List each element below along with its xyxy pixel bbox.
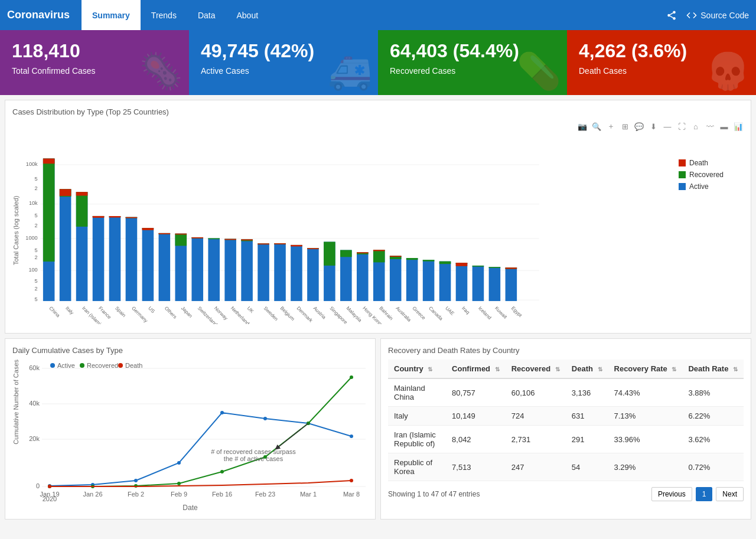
app-brand: Coronavirus: [7, 9, 70, 21]
table-title: Recovery and Death Rates by Country: [388, 346, 744, 355]
toolbar-chat-icon[interactable]: 💬: [634, 121, 644, 132]
bar-recovered: [423, 260, 435, 262]
tab-data[interactable]: Data: [187, 0, 226, 30]
line-chart-section: Daily Cumulative Cases by Type Cumulativ…: [5, 338, 376, 520]
share-button[interactable]: [666, 10, 677, 21]
td-recovery-rate: 7.13%: [608, 407, 683, 426]
bar-death: [307, 248, 319, 249]
stat-card-active: 49,745 (42%) Active Cases 🚑: [189, 30, 378, 95]
bar-active: [208, 239, 220, 301]
bar-x-label: Austria: [312, 305, 328, 321]
legend-active-label: Active: [689, 182, 709, 191]
svg-text:0: 0: [36, 482, 40, 489]
td-death: 3,136: [566, 378, 608, 407]
th-recovery-rate[interactable]: Recovery Rate ⇅: [608, 360, 683, 378]
bar-active: [258, 243, 269, 300]
legend-death-label: Death: [689, 159, 708, 167]
bar-death: [241, 239, 253, 240]
td-country: Mainland China: [388, 378, 446, 407]
tab-summary[interactable]: Summary: [82, 0, 141, 30]
next-button[interactable]: Next: [716, 487, 744, 501]
toolbar-zoom-icon[interactable]: 🔍: [591, 121, 602, 132]
toolbar-bar-icon[interactable]: ▬: [719, 121, 729, 132]
svg-text:Feb 23: Feb 23: [255, 491, 275, 498]
toolbar-camera-icon[interactable]: 📷: [577, 121, 588, 132]
bar-recovered: [208, 239, 220, 240]
th-recovered[interactable]: Recovered ⇅: [506, 360, 566, 378]
table-header-row: Country ⇅ Confirmed ⇅ Recovered ⇅ Death …: [388, 360, 744, 378]
sort-death[interactable]: ⇅: [598, 366, 602, 373]
svg-point-1: [668, 14, 671, 17]
svg-point-55: [350, 375, 353, 379]
svg-text:Feb 9: Feb 9: [171, 491, 187, 498]
prev-button[interactable]: Previous: [651, 487, 692, 501]
legend-death-dot: [679, 159, 686, 166]
bar-x-label: UAE: [444, 305, 455, 316]
legend-active: Active: [679, 182, 744, 191]
toolbar-line-icon[interactable]: 〰: [705, 121, 715, 132]
th-death-rate[interactable]: Death Rate ⇅: [682, 360, 744, 378]
bar-x-label: France: [97, 305, 113, 321]
bar-active: [340, 250, 352, 301]
bar-death: [274, 243, 286, 244]
svg-text:Active: Active: [57, 362, 75, 369]
bar-active: [126, 217, 138, 301]
stat-cards: 118,410 Total Confirmed Cases 🦠 49,745 (…: [0, 30, 756, 95]
bar-x-label: Sweden: [263, 305, 280, 322]
toolbar-grid-icon[interactable]: ⊞: [620, 121, 630, 132]
th-death[interactable]: Death ⇅: [566, 360, 608, 378]
bar-x-label: UK: [246, 305, 256, 315]
td-recovery-rate: 3.29%: [608, 453, 683, 481]
chart-toolbar: 📷 🔍 ＋ ⊞ 💬 ⬇ — ⛶ ⌂ 〰 ▬ 📊: [12, 121, 744, 132]
sort-death-rate[interactable]: ⇅: [733, 366, 738, 373]
bar-x-label: Norway: [213, 305, 230, 322]
sort-confirmed[interactable]: ⇅: [495, 366, 500, 373]
svg-text:2: 2: [35, 185, 38, 191]
toolbar-download-icon[interactable]: ⬇: [648, 121, 659, 132]
bar-death: [456, 263, 468, 266]
td-recovery-rate: 74.43%: [608, 378, 683, 407]
svg-text:Recovered: Recovered: [87, 362, 118, 369]
tab-trends[interactable]: Trends: [141, 0, 187, 30]
bar-death: [191, 237, 203, 239]
bar-active: [472, 266, 484, 301]
svg-text:2020: 2020: [43, 495, 57, 501]
svg-point-52: [220, 470, 224, 473]
toolbar-home-icon[interactable]: ⌂: [690, 121, 701, 132]
th-confirmed[interactable]: Confirmed ⇅: [446, 360, 506, 378]
svg-text:5: 5: [35, 278, 38, 284]
toolbar-fullscreen-icon[interactable]: ⛶: [676, 121, 687, 132]
sort-country[interactable]: ⇅: [428, 366, 432, 373]
recovered-line: [50, 377, 351, 486]
source-code-button[interactable]: Source Code: [686, 10, 749, 21]
bar-active: [456, 263, 468, 301]
bar-recovered: [406, 258, 418, 260]
svg-point-56: [48, 485, 51, 488]
svg-text:5: 5: [35, 296, 38, 302]
stat-card-recovered: 64,403 (54.4%) Recovered Cases 💊: [378, 30, 567, 95]
svg-text:Feb 16: Feb 16: [212, 491, 232, 498]
svg-point-65: [118, 363, 123, 368]
td-country: Italy: [388, 407, 446, 426]
svg-text:2: 2: [35, 286, 38, 292]
bar-x-label: Iraq: [461, 305, 471, 315]
sort-recovered[interactable]: ⇅: [555, 366, 560, 373]
th-country[interactable]: Country ⇅: [388, 360, 446, 378]
table-scroll[interactable]: Country ⇅ Confirmed ⇅ Recovered ⇅ Death …: [388, 360, 744, 481]
svg-line-4: [670, 12, 673, 14]
bar-x-label: US: [147, 305, 157, 315]
table-row: Republic of Korea 7,513 247 54 3.29% 0.7…: [388, 453, 744, 481]
bar-x-label: China: [48, 305, 61, 319]
svg-point-57: [350, 479, 353, 482]
tab-about[interactable]: About: [226, 0, 269, 30]
toolbar-plus-icon[interactable]: ＋: [605, 121, 616, 132]
bar-death: [76, 192, 88, 195]
toolbar-minus-icon[interactable]: —: [662, 121, 673, 132]
sort-recovery-rate[interactable]: ⇅: [672, 366, 676, 373]
svg-text:the # of active cases: the # of active cases: [224, 455, 284, 462]
bar-active: [191, 237, 203, 301]
page-1-button[interactable]: 1: [696, 487, 713, 501]
confirmed-bg-icon: 🦠: [139, 50, 183, 92]
toolbar-chart-icon[interactable]: 📊: [733, 121, 744, 132]
bar-active: [159, 233, 171, 301]
